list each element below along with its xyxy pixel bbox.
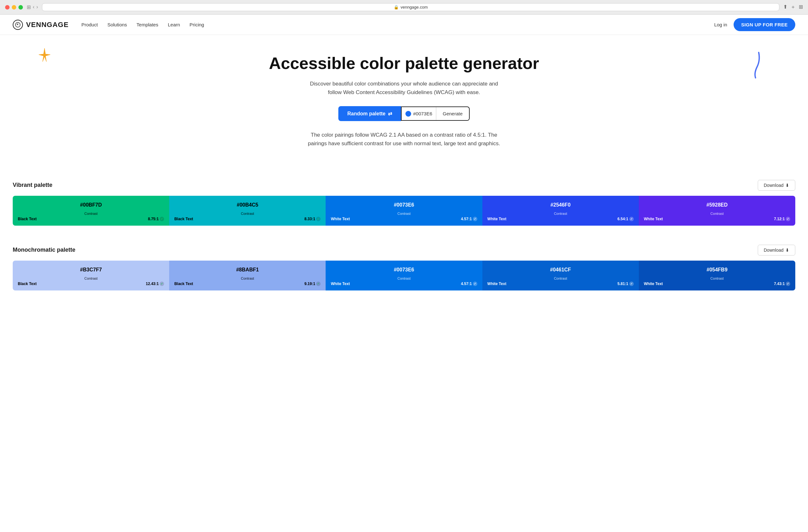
color-swatch[interactable]: #0461CF Contrast White Text 5.81:1 ✓ (482, 261, 639, 290)
hero-section: Accessible color palette generator Disco… (0, 35, 808, 170)
nav-link-product: Product (81, 22, 98, 27)
hero-subtitle: Discover beautiful color combinations yo… (306, 79, 503, 97)
swatch-text-type: White Text (331, 217, 350, 221)
browser-chrome: ⊞ ‹ › 🔒 venngage.com ⬆ ＋ ⊞ (0, 0, 808, 15)
navbar: VENNGAGE Product Solutions Templates Lea… (0, 15, 808, 35)
swatch-text-type: White Text (488, 282, 507, 286)
swatch-contrast-label: Contrast (241, 277, 254, 280)
swatch-ratio: 7.12:1 ✓ (774, 217, 790, 221)
check-icon: ✓ (786, 217, 790, 221)
swatch-hex: #0073E6 (394, 202, 414, 208)
sidebar-toggle-icon[interactable]: ⊞ (27, 4, 31, 10)
color-generate-group: #0073E6 Generate (401, 107, 470, 121)
swatch-text-type: Black Text (174, 217, 193, 221)
swatch-contrast-label: Contrast (710, 277, 724, 280)
color-swatch[interactable]: #B3C7F7 Contrast Black Text 12.43:1 ✓ (13, 261, 169, 290)
swatch-hex: #0073E6 (394, 267, 414, 273)
swatch-ratio: 7.43:1 ✓ (774, 282, 790, 286)
swatch-hex: #00B4C5 (237, 202, 258, 208)
check-icon: ✓ (316, 282, 320, 286)
color-swatch-dot (405, 111, 411, 117)
logo-icon (13, 20, 23, 30)
check-icon: ✓ (473, 217, 477, 221)
maximize-button[interactable] (18, 5, 23, 10)
swatch-hex: #B3C7F7 (80, 267, 102, 273)
vibrant-palette-title: Vibrant palette (13, 182, 53, 188)
new-tab-icon[interactable]: ＋ (790, 4, 795, 11)
swatch-contrast-label: Contrast (398, 212, 411, 215)
swatch-ratio: 8.33:1 ✓ (304, 217, 320, 221)
nav-item-pricing[interactable]: Pricing (189, 22, 204, 27)
monochromatic-palette-header: Monochromatic palette Download ⬇ (13, 245, 795, 255)
generate-button[interactable]: Generate (436, 107, 469, 120)
share-icon[interactable]: ⬆ (783, 4, 787, 11)
logo[interactable]: VENNGAGE (13, 20, 69, 30)
close-button[interactable] (5, 5, 10, 10)
address-bar[interactable]: 🔒 venngage.com (42, 3, 779, 11)
color-swatch[interactable]: #054FB9 Contrast White Text 7.43:1 ✓ (639, 261, 795, 290)
swatch-ratio: 4.57:1 ✓ (461, 217, 477, 221)
swatch-bottom: White Text 5.81:1 ✓ (488, 282, 634, 286)
monochromatic-palette-title: Monochromatic palette (13, 247, 75, 253)
vibrant-download-button[interactable]: Download ⬇ (758, 180, 795, 191)
swatch-contrast-label: Contrast (554, 277, 567, 280)
color-swatch[interactable]: #8BABF1 Contrast Black Text 9.19:1 ✓ (169, 261, 326, 290)
logo-text: VENNGAGE (26, 21, 69, 29)
vibrant-palette-header: Vibrant palette Download ⬇ (13, 180, 795, 191)
check-icon: ✓ (160, 282, 164, 286)
check-icon: ✓ (786, 282, 790, 286)
swatch-text-type: Black Text (18, 282, 37, 286)
color-dot-area[interactable]: #0073E6 (402, 107, 436, 120)
color-swatch[interactable]: #5928ED Contrast White Text 7.12:1 ✓ (639, 196, 795, 226)
swatch-hex: #8BABF1 (236, 267, 259, 273)
hero-actions: Random palette ⇄ #0073E6 Generate (13, 106, 795, 121)
swatch-text-type: Black Text (174, 282, 193, 286)
nav-link-solutions: Solutions (108, 22, 127, 27)
swatch-bottom: White Text 4.57:1 ✓ (331, 282, 477, 286)
minimize-button[interactable] (12, 5, 16, 10)
color-swatch[interactable]: #00BF7D Contrast Black Text 8.75:1 ✓ (13, 196, 169, 226)
monochromatic-download-button[interactable]: Download ⬇ (758, 245, 795, 255)
swatch-bottom: White Text 7.12:1 ✓ (644, 217, 790, 221)
browser-controls: ⊞ ‹ › (27, 4, 38, 10)
swatch-hex: #00BF7D (80, 202, 102, 208)
color-swatch[interactable]: #0073E6 Contrast White Text 4.57:1 ✓ (326, 261, 482, 290)
swatch-ratio: 8.75:1 ✓ (148, 217, 164, 221)
download-icon: ⬇ (785, 183, 789, 188)
swatch-ratio: 5.81:1 ✓ (618, 282, 634, 286)
swatch-text-type: White Text (644, 217, 663, 221)
login-button[interactable]: Log in (714, 22, 727, 27)
swatch-ratio: 12.43:1 ✓ (146, 282, 164, 286)
nav-auth: Log in SIGN UP FOR FREE (714, 18, 795, 31)
color-swatch[interactable]: #0073E6 Contrast White Text 4.57:1 ✓ (326, 196, 482, 226)
random-palette-label: Random palette (347, 111, 385, 117)
check-icon: ✓ (629, 282, 634, 286)
nav-item-templates[interactable]: Templates (136, 22, 158, 27)
color-swatch[interactable]: #00B4C5 Contrast Black Text 8.33:1 ✓ (169, 196, 326, 226)
nav-item-learn[interactable]: Learn (168, 22, 180, 27)
nav-link-templates: Templates (136, 22, 158, 27)
color-swatch[interactable]: #2546F0 Contrast White Text 6.54:1 ✓ (482, 196, 639, 226)
swatch-ratio: 6.54:1 ✓ (618, 217, 634, 221)
back-icon[interactable]: ‹ (33, 4, 34, 10)
browser-actions: ⬆ ＋ ⊞ (783, 4, 803, 11)
swatch-contrast-label: Contrast (84, 212, 98, 215)
check-icon: ✓ (160, 217, 164, 221)
color-hex-value: #0073E6 (413, 111, 432, 116)
swatch-text-type: White Text (331, 282, 350, 286)
swatch-contrast-label: Contrast (554, 212, 567, 215)
nav-item-product[interactable]: Product (81, 22, 98, 27)
sparkle-decoration (38, 48, 51, 66)
forward-icon[interactable]: › (36, 4, 38, 10)
signup-button[interactable]: SIGN UP FOR FREE (734, 18, 795, 31)
swatch-bottom: White Text 6.54:1 ✓ (488, 217, 634, 221)
random-palette-button[interactable]: Random palette ⇄ (338, 106, 401, 121)
swatch-bottom: Black Text 9.19:1 ✓ (174, 282, 320, 286)
swatch-contrast-label: Contrast (241, 212, 254, 215)
nav-item-solutions[interactable]: Solutions (108, 22, 127, 27)
nav-links: Product Solutions Templates Learn Pricin… (81, 22, 714, 27)
grid-icon[interactable]: ⊞ (799, 4, 803, 11)
brush-decoration (748, 51, 764, 79)
monochromatic-download-label: Download (764, 248, 784, 253)
vibrant-download-label: Download (764, 183, 784, 188)
